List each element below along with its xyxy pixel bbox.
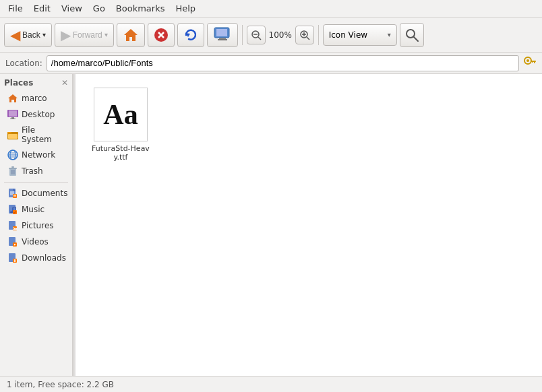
forward-button[interactable]: ▶ Forward ▾ — [55, 23, 114, 47]
svg-rect-37 — [11, 166, 14, 168]
sidebar-label-documents: Documents — [22, 189, 67, 198]
key-icon — [523, 55, 537, 69]
svg-rect-22 — [532, 61, 533, 63]
sidebar-divider — [4, 182, 68, 183]
svg-point-16 — [406, 30, 415, 38]
sidebar-label-network: Network — [22, 150, 55, 160]
file-item[interactable]: Aa FuturaStd-Heavy.ttf — [84, 82, 158, 167]
statusbar-text: 1 item, Free space: 2.2 GB — [7, 380, 114, 389]
back-button[interactable]: ◀ Back ▾ — [4, 23, 52, 47]
network-icon — [7, 150, 18, 160]
location-input[interactable] — [47, 55, 519, 71]
svg-rect-21 — [534, 61, 535, 63]
menubar: File Edit View Go Bookmarks Help — [0, 0, 542, 18]
sidebar-close-button[interactable]: ✕ — [61, 78, 68, 88]
menu-bookmarks[interactable]: Bookmarks — [111, 2, 171, 15]
sidebar-label-pictures: Pictures — [22, 221, 54, 230]
menu-file[interactable]: File — [3, 2, 28, 15]
sidebar-item-documents[interactable]: Documents — [2, 186, 70, 201]
locationbar: Location: — [0, 53, 542, 74]
svg-rect-29 — [8, 134, 18, 139]
sidebar-label-trash: Trash — [22, 166, 43, 176]
sidebar-label-marco: marco — [22, 94, 47, 103]
sidebar-item-desktop[interactable]: Desktop — [2, 107, 70, 122]
documents-icon — [7, 188, 18, 199]
home-button[interactable] — [117, 23, 145, 47]
sidebar-label-filesystem: File System — [22, 125, 65, 144]
sidebar-header: Places ✕ — [0, 77, 72, 90]
statusbar: 1 item, Free space: 2.2 GB — [0, 376, 542, 392]
svg-rect-7 — [219, 38, 226, 39]
music-icon — [7, 204, 18, 215]
content-area[interactable]: Aa FuturaStd-Heavy.ttf — [76, 74, 542, 376]
sidebar-item-filesystem[interactable]: File System — [2, 123, 70, 146]
trash-icon — [7, 166, 18, 176]
toolbar: ◀ Back ▾ ▶ Forward ▾ — [0, 18, 542, 53]
toolbar-separator-1 — [242, 25, 243, 45]
home-icon — [7, 93, 18, 104]
sidebar-item-downloads[interactable]: Downloads — [2, 251, 70, 265]
videos-icon — [7, 236, 18, 247]
reload-icon — [183, 28, 198, 42]
zoom-out-icon — [251, 30, 262, 40]
forward-dropdown-icon: ▾ — [104, 31, 108, 38]
zoom-in-icon — [299, 30, 310, 40]
sidebar-label-desktop: Desktop — [22, 110, 55, 119]
zoom-in-button[interactable] — [295, 26, 314, 44]
svg-point-60 — [13, 227, 14, 228]
sidebar-title: Places — [4, 78, 33, 88]
home-icon — [123, 27, 139, 43]
svg-line-11 — [258, 37, 261, 40]
sidebar-item-trash[interactable]: Trash — [2, 164, 70, 178]
file-thumbnail: Aa — [94, 88, 148, 141]
pictures-icon — [7, 220, 18, 231]
toolbar-separator-2 — [318, 25, 319, 45]
sidebar-label-videos: Videos — [22, 237, 49, 247]
computer-icon — [213, 26, 232, 44]
downloads-icon — [7, 253, 18, 263]
back-dropdown-icon: ▾ — [42, 31, 46, 38]
search-button[interactable] — [400, 23, 424, 47]
svg-rect-8 — [218, 39, 227, 40]
main-area: Places ✕ marco Desktop — [0, 74, 542, 376]
menu-view[interactable]: View — [56, 2, 88, 15]
view-mode-selector[interactable]: Icon View ▾ — [323, 24, 397, 46]
location-go-button[interactable] — [523, 55, 537, 71]
stop-icon — [154, 28, 169, 42]
svg-point-19 — [526, 59, 529, 62]
svg-rect-26 — [11, 117, 14, 119]
svg-marker-23 — [8, 94, 18, 102]
svg-rect-6 — [216, 29, 227, 36]
menu-help[interactable]: Help — [170, 2, 201, 15]
svg-rect-27 — [10, 119, 16, 119]
zoom-level-display: 100% — [268, 30, 293, 40]
sidebar-item-music[interactable]: Music — [2, 202, 70, 217]
font-preview-text: Aa — [103, 98, 138, 131]
computer-button[interactable] — [207, 23, 238, 47]
location-label: Location: — [5, 59, 42, 68]
sidebar-item-network[interactable]: Network — [2, 148, 70, 162]
forward-label: Forward — [73, 30, 102, 40]
sidebar-item-videos[interactable]: Videos — [2, 234, 70, 249]
file-name: FuturaStd-Heavy.ttf — [89, 144, 152, 162]
svg-rect-25 — [9, 110, 17, 117]
desktop-icon — [7, 109, 18, 120]
back-label: Back — [22, 30, 40, 40]
stop-button[interactable] — [148, 23, 175, 47]
reload-button[interactable] — [177, 23, 204, 47]
sidebar-item-pictures[interactable]: Pictures — [2, 218, 70, 233]
sidebar-label-music: Music — [22, 205, 44, 214]
search-icon — [405, 28, 419, 42]
back-arrow-icon: ◀ — [10, 27, 20, 43]
filesystem-icon — [7, 129, 18, 140]
sidebar: Places ✕ marco Desktop — [0, 74, 73, 376]
sidebar-item-marco[interactable]: marco — [2, 91, 70, 106]
sidebar-label-downloads: Downloads — [22, 253, 66, 263]
view-mode-dropdown-icon: ▾ — [388, 31, 391, 38]
menu-edit[interactable]: Edit — [28, 2, 56, 15]
svg-rect-36 — [9, 168, 17, 169]
forward-arrow-icon: ▶ — [61, 27, 71, 43]
zoom-out-button[interactable] — [247, 26, 266, 44]
view-mode-label: Icon View — [329, 30, 367, 40]
menu-go[interactable]: Go — [88, 2, 111, 15]
